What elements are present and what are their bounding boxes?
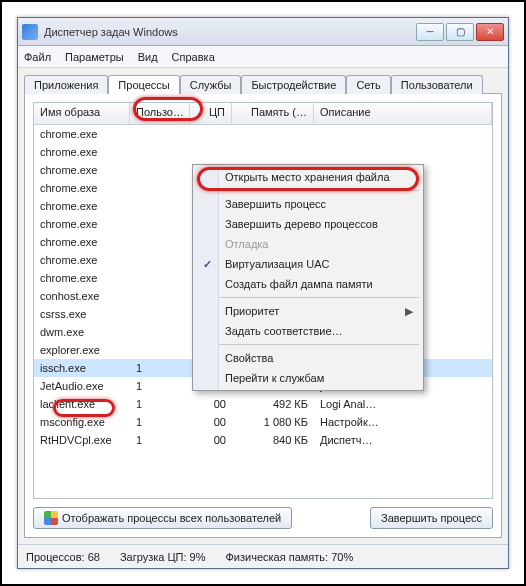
cell-user: 1 <box>130 433 190 447</box>
cell-name: laclient.exe <box>34 397 130 411</box>
show-all-users-label: Отображать процессы всех пользователей <box>62 512 281 524</box>
cell-desc <box>314 133 492 135</box>
cell-user <box>130 205 190 207</box>
close-button[interactable]: ✕ <box>476 23 504 41</box>
table-row[interactable]: laclient.exe100492 КБLogi Anal… <box>34 395 492 413</box>
cell-name: chrome.exe <box>34 163 130 177</box>
cell-cpu <box>190 151 232 153</box>
ctx-debug: Отладка <box>195 234 421 254</box>
menu-help[interactable]: Справка <box>172 51 215 63</box>
cell-name: csrss.exe <box>34 307 130 321</box>
cell-name: issch.exe <box>34 361 130 375</box>
tab-processes[interactable]: Процессы <box>108 75 179 94</box>
ctx-open-location[interactable]: Открыть место хранения файла <box>195 167 421 187</box>
tab-users[interactable]: Пользователи <box>391 75 483 94</box>
cell-user <box>130 169 190 171</box>
tab-performance[interactable]: Быстродействие <box>241 75 346 94</box>
check-icon: ✓ <box>203 258 212 271</box>
end-process-label: Завершить процесс <box>381 512 482 524</box>
cell-name: chrome.exe <box>34 253 130 267</box>
status-cpu: Загрузка ЦП: 9% <box>120 551 206 563</box>
context-menu: Открыть место хранения файла Завершить п… <box>192 164 424 391</box>
cell-name: chrome.exe <box>34 217 130 231</box>
maximize-button[interactable]: ▢ <box>446 23 474 41</box>
cell-mem <box>232 133 314 135</box>
cell-name: JetAudio.exe <box>34 379 130 393</box>
chevron-right-icon: ▶ <box>405 305 413 318</box>
cell-mem: 840 КБ <box>232 433 314 447</box>
cell-name: chrome.exe <box>34 127 130 141</box>
cell-desc: Logi Anal… <box>314 397 492 411</box>
cell-cpu: 00 <box>190 433 232 447</box>
status-processes: Процессов: 68 <box>26 551 100 563</box>
cell-cpu: 00 <box>190 415 232 429</box>
cell-desc: Диспетч… <box>314 433 492 447</box>
cell-mem: 1 080 КБ <box>232 415 314 429</box>
menubar: Файл Параметры Вид Справка <box>18 46 508 68</box>
cell-name: chrome.exe <box>34 199 130 213</box>
ctx-priority[interactable]: Приоритет▶ <box>195 301 421 321</box>
ctx-goto-services[interactable]: Перейти к службам <box>195 368 421 388</box>
cell-name: dwm.exe <box>34 325 130 339</box>
button-bar: Отображать процессы всех пользователей З… <box>33 507 493 529</box>
col-memory[interactable]: Память (… <box>232 103 314 124</box>
app-icon <box>22 24 38 40</box>
cell-user <box>130 259 190 261</box>
table-row[interactable]: msconfig.exe1001 080 КБНастройк… <box>34 413 492 431</box>
cell-mem: 492 КБ <box>232 397 314 411</box>
shield-icon <box>44 511 58 525</box>
table-row[interactable]: chrome.exe <box>34 143 492 161</box>
end-process-button[interactable]: Завершить процесс <box>370 507 493 529</box>
cell-user <box>130 241 190 243</box>
cell-user <box>130 349 190 351</box>
tab-services[interactable]: Службы <box>180 75 242 94</box>
cell-name: chrome.exe <box>34 145 130 159</box>
cell-user <box>130 187 190 189</box>
cell-user: 1 <box>130 415 190 429</box>
cell-mem <box>232 151 314 153</box>
cell-user: 1 <box>130 397 190 411</box>
cell-cpu: 00 <box>190 397 232 411</box>
cell-user <box>130 277 190 279</box>
minimize-button[interactable]: ─ <box>416 23 444 41</box>
titlebar[interactable]: Диспетчер задач Windows ─ ▢ ✕ <box>18 18 508 46</box>
ctx-end-tree[interactable]: Завершить дерево процессов <box>195 214 421 234</box>
cell-user: 1 <box>130 379 190 393</box>
cell-cpu <box>190 133 232 135</box>
tab-applications[interactable]: Приложения <box>24 75 108 94</box>
col-description[interactable]: Описание <box>314 103 492 124</box>
cell-name: msconfig.exe <box>34 415 130 429</box>
tabstrip: Приложения Процессы Службы Быстродействи… <box>18 68 508 93</box>
ctx-dump[interactable]: Создать файл дампа памяти <box>195 274 421 294</box>
cell-user <box>130 295 190 297</box>
col-cpu[interactable]: ЦП <box>190 103 232 124</box>
ctx-properties[interactable]: Свойства <box>195 348 421 368</box>
table-row[interactable]: RtHDVCpl.exe100840 КБДиспетч… <box>34 431 492 449</box>
tab-network[interactable]: Сеть <box>346 75 390 94</box>
window-title: Диспетчер задач Windows <box>44 26 416 38</box>
cell-user: 1 <box>130 361 190 375</box>
cell-user <box>130 133 190 135</box>
list-header: Имя образа Пользо… ЦП Память (… Описание <box>34 103 492 125</box>
show-all-users-button[interactable]: Отображать процессы всех пользователей <box>33 507 292 529</box>
cell-desc <box>314 151 492 153</box>
ctx-end-process[interactable]: Завершить процесс <box>195 194 421 214</box>
cell-desc: Настройк… <box>314 415 492 429</box>
cell-name: chrome.exe <box>34 235 130 249</box>
cell-name: chrome.exe <box>34 271 130 285</box>
cell-name: chrome.exe <box>34 181 130 195</box>
statusbar: Процессов: 68 Загрузка ЦП: 9% Физическая… <box>18 544 508 568</box>
status-memory: Физическая память: 70% <box>225 551 353 563</box>
ctx-uac[interactable]: ✓Виртуализация UAC <box>195 254 421 274</box>
cell-user <box>130 151 190 153</box>
col-image[interactable]: Имя образа <box>34 103 130 124</box>
cell-user <box>130 331 190 333</box>
col-user[interactable]: Пользо… <box>130 103 190 124</box>
menu-file[interactable]: Файл <box>24 51 51 63</box>
cell-name: conhost.exe <box>34 289 130 303</box>
ctx-affinity[interactable]: Задать соответствие… <box>195 321 421 341</box>
cell-name: RtHDVCpl.exe <box>34 433 130 447</box>
menu-view[interactable]: Вид <box>138 51 158 63</box>
table-row[interactable]: chrome.exe <box>34 125 492 143</box>
menu-options[interactable]: Параметры <box>65 51 124 63</box>
